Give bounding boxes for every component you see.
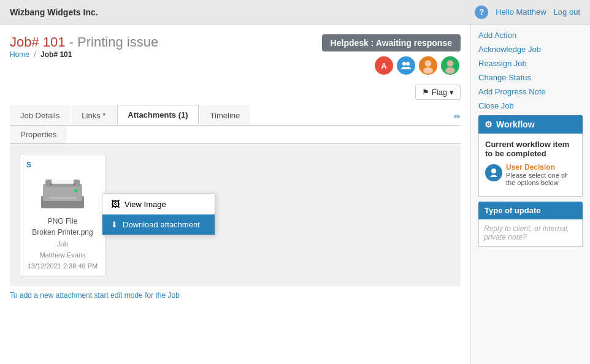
download-label: Download attachment [123, 220, 200, 229]
type-update-body: Reply to client, or internal, private no… [478, 219, 583, 247]
svg-point-6 [447, 60, 454, 67]
job-title-text: - Printing issue [69, 34, 159, 50]
flag-label: Flag [432, 88, 447, 97]
close-job-link[interactable]: Close Job [478, 101, 583, 110]
workflow-title: Workflow [496, 119, 535, 129]
tab-job-details[interactable]: Job Details [10, 105, 70, 125]
attachment-card: S [20, 154, 105, 276]
type-update-header: Type of update [478, 202, 583, 219]
attachment-s-icon: S [26, 161, 99, 169]
svg-point-0 [402, 62, 406, 66]
logout-link[interactable]: Log out [554, 7, 580, 17]
breadcrumb-separator: / [34, 50, 36, 59]
workflow-icon: ⚙ [485, 119, 492, 129]
avatars-row: A [374, 55, 461, 76]
brand-name: Wizbang Widgets Inc. [10, 7, 475, 17]
avatar-u-icon [441, 55, 459, 76]
printer-image [35, 172, 90, 214]
context-menu: 🖼 View Image ⬇ Download attachment [102, 193, 215, 235]
reassign-job-link[interactable]: Reassign Job [478, 59, 583, 68]
avatar-l-icon [419, 55, 437, 76]
hello-user-link[interactable]: Hello Matthew [496, 7, 546, 17]
workflow-header: ⚙ Workflow [478, 115, 583, 134]
svg-rect-12 [49, 197, 76, 199]
attachment-meta-user: Matthew Evans [26, 251, 99, 259]
status-badge: Helpdesk : Awaiting response [322, 34, 461, 51]
tabs-row-1: Job Details Links * Attachments (1) Time… [10, 105, 461, 126]
workflow-body: Current workflow item to be completed Us… [478, 134, 583, 197]
avatar-a[interactable]: A [374, 55, 394, 76]
avatar-l[interactable] [418, 55, 439, 76]
attachment-meta-date: 13/12/2021 2:38:46 PM [26, 262, 99, 270]
download-icon: ⬇ [111, 220, 118, 229]
edit-icon[interactable]: ✏ [454, 112, 461, 121]
user-decision-label: User Decision [506, 163, 576, 172]
image-icon: 🖼 [111, 199, 120, 209]
navbar: Wizbang Widgets Inc. ? Hello Matthew Log… [0, 0, 590, 25]
right-sidebar: Add Action Acknowledge Job Reassign Job … [470, 25, 590, 364]
user-icon [489, 168, 499, 178]
breadcrumb-home[interactable]: Home [10, 50, 29, 59]
avatar-group[interactable] [396, 55, 416, 76]
change-status-link[interactable]: Change Status [478, 73, 583, 82]
group-icon [400, 59, 412, 72]
printer-svg [38, 175, 87, 211]
flag-dropdown-icon: ▾ [450, 88, 454, 97]
content-wrapper: Job# 101 - Printing issue Home / Job# 10… [0, 25, 590, 364]
add-action-link[interactable]: Add Action [478, 31, 583, 40]
job-number: Job# 101 [10, 34, 66, 50]
tab-content: S [10, 144, 461, 286]
user-decision-row: User Decision Please select one of the o… [485, 163, 576, 186]
breadcrumb-current: Job# 101 [40, 50, 72, 59]
workflow-body-title: Current workflow item to be completed [485, 140, 576, 158]
svg-point-3 [425, 60, 432, 67]
tabs-row-2: Properties [10, 126, 461, 144]
attachment-filename: Broken Printer.png [26, 228, 99, 237]
svg-point-13 [74, 189, 78, 192]
tab-properties[interactable]: Properties [10, 126, 67, 143]
svg-point-7 [445, 67, 455, 74]
avatar-u[interactable] [440, 55, 461, 76]
attachment-filetype: PNG File [26, 217, 99, 226]
view-image-item[interactable]: 🖼 View Image [102, 194, 215, 214]
help-icon[interactable]: ? [475, 6, 488, 19]
user-decision-desc: Please select one of the options below [506, 172, 576, 186]
type-update-placeholder: Reply to client, or internal, private no… [484, 224, 577, 241]
flag-icon: ⚑ [422, 88, 429, 97]
user-decision-text: User Decision Please select one of the o… [506, 163, 576, 186]
attachment-meta-label: Job [26, 240, 99, 248]
add-attachment-link[interactable]: To add a new attachment start edit mode … [10, 286, 461, 305]
acknowledge-job-link[interactable]: Acknowledge Job [478, 45, 583, 54]
svg-rect-14 [52, 178, 74, 184]
flag-button[interactable]: ⚑ Flag ▾ [415, 85, 461, 100]
svg-point-15 [491, 169, 496, 173]
breadcrumb: Home / Job# 101 [10, 50, 158, 59]
view-image-label: View Image [125, 200, 166, 209]
tab-timeline[interactable]: Timeline [200, 105, 251, 125]
job-title: Job# 101 - Printing issue [10, 34, 158, 50]
svg-point-1 [406, 62, 410, 66]
user-decision-icon [485, 164, 502, 181]
job-header: Job# 101 - Printing issue Home / Job# 10… [10, 34, 461, 100]
svg-point-4 [423, 67, 433, 74]
tab-links[interactable]: Links * [71, 105, 116, 125]
tab-attachments[interactable]: Attachments (1) [117, 105, 198, 125]
job-title-area: Job# 101 - Printing issue Home / Job# 10… [10, 34, 158, 65]
main-area: Job# 101 - Printing issue Home / Job# 10… [0, 25, 470, 364]
header-right: Helpdesk : Awaiting response A [322, 34, 461, 100]
download-attachment-item[interactable]: ⬇ Download attachment [102, 214, 215, 235]
add-progress-note-link[interactable]: Add Progress Note [478, 87, 583, 96]
